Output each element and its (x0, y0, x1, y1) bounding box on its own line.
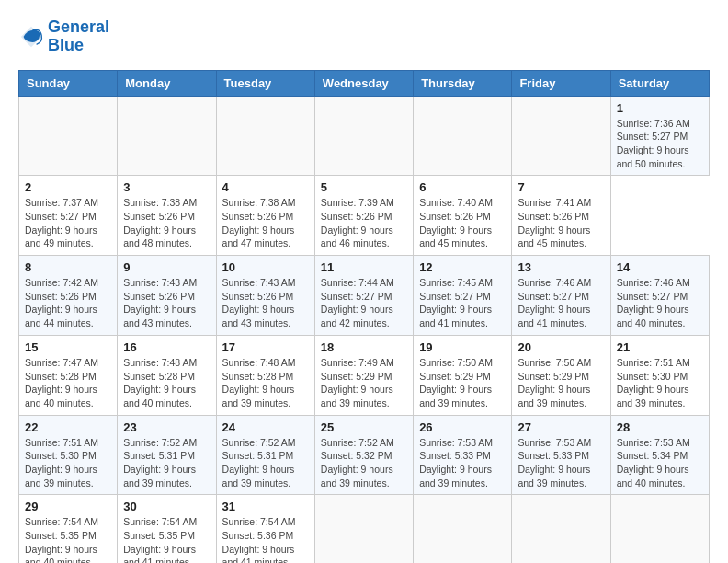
sunset-text: Sunset: 5:27 PM (518, 290, 604, 304)
day-info: Sunrise: 7:38 AM Sunset: 5:26 PM Dayligh… (123, 196, 210, 250)
sunrise-text: Sunrise: 7:53 AM (518, 436, 604, 450)
sunrise-text: Sunrise: 7:51 AM (617, 356, 703, 370)
day-info: Sunrise: 7:48 AM Sunset: 5:28 PM Dayligh… (123, 356, 210, 410)
sunset-text: Sunset: 5:26 PM (222, 210, 309, 224)
day-number: 13 (518, 260, 604, 274)
sunrise-text: Sunrise: 7:45 AM (419, 276, 506, 290)
weekday-header-monday: Monday (118, 70, 216, 96)
day-info: Sunrise: 7:36 AM Sunset: 5:27 PM Dayligh… (617, 117, 703, 171)
sunset-text: Sunset: 5:27 PM (321, 290, 407, 304)
sunset-text: Sunset: 5:34 PM (617, 449, 703, 463)
sunrise-text: Sunrise: 7:38 AM (123, 196, 210, 210)
daylight-text: Daylight: 9 hours and 42 minutes. (321, 303, 407, 329)
sunrise-text: Sunrise: 7:46 AM (518, 276, 604, 290)
sunset-text: Sunset: 5:27 PM (617, 130, 703, 144)
day-number: 27 (518, 420, 604, 434)
daylight-text: Daylight: 9 hours and 40 minutes. (617, 463, 703, 489)
sunset-text: Sunset: 5:33 PM (518, 449, 604, 463)
sunrise-text: Sunrise: 7:51 AM (25, 436, 111, 450)
calendar-week-row: 1 Sunrise: 7:36 AM Sunset: 5:27 PM Dayli… (19, 96, 710, 176)
calendar-week-row: 2 Sunrise: 7:37 AM Sunset: 5:27 PM Dayli… (19, 176, 710, 256)
day-number: 15 (25, 340, 111, 354)
day-number: 9 (123, 260, 210, 274)
daylight-text: Daylight: 9 hours and 39 minutes. (518, 463, 604, 489)
sunrise-text: Sunrise: 7:54 AM (123, 515, 210, 529)
day-number: 18 (321, 340, 407, 354)
calendar-cell: 4 Sunrise: 7:38 AM Sunset: 5:26 PM Dayli… (216, 176, 314, 256)
day-info: Sunrise: 7:52 AM Sunset: 5:31 PM Dayligh… (222, 436, 309, 490)
sunset-text: Sunset: 5:27 PM (25, 210, 111, 224)
day-info: Sunrise: 7:38 AM Sunset: 5:26 PM Dayligh… (222, 196, 309, 250)
day-info: Sunrise: 7:45 AM Sunset: 5:27 PM Dayligh… (419, 276, 506, 330)
calendar-cell (19, 96, 118, 176)
calendar-week-row: 29 Sunrise: 7:54 AM Sunset: 5:35 PM Dayl… (19, 495, 710, 563)
day-info: Sunrise: 7:52 AM Sunset: 5:31 PM Dayligh… (123, 436, 210, 490)
calendar-cell: 30 Sunrise: 7:54 AM Sunset: 5:35 PM Dayl… (118, 495, 216, 563)
sunrise-text: Sunrise: 7:46 AM (617, 276, 703, 290)
calendar-cell (414, 96, 512, 176)
daylight-text: Daylight: 9 hours and 48 minutes. (123, 224, 210, 250)
calendar-cell: 24 Sunrise: 7:52 AM Sunset: 5:31 PM Dayl… (216, 415, 314, 495)
day-number: 22 (25, 420, 111, 434)
sunrise-text: Sunrise: 7:47 AM (25, 356, 111, 370)
weekday-header-saturday: Saturday (610, 70, 709, 96)
calendar-cell: 17 Sunrise: 7:48 AM Sunset: 5:28 PM Dayl… (216, 335, 314, 415)
day-number: 24 (222, 420, 309, 434)
weekday-header-row: SundayMondayTuesdayWednesdayThursdayFrid… (19, 70, 710, 96)
day-number: 19 (419, 340, 506, 354)
calendar-cell: 13 Sunrise: 7:46 AM Sunset: 5:27 PM Dayl… (512, 256, 610, 336)
weekday-header-tuesday: Tuesday (216, 70, 314, 96)
weekday-header-sunday: Sunday (19, 70, 118, 96)
sunset-text: Sunset: 5:27 PM (419, 290, 506, 304)
sunrise-text: Sunrise: 7:48 AM (222, 356, 309, 370)
day-number: 17 (222, 340, 309, 354)
day-number: 16 (123, 340, 210, 354)
day-info: Sunrise: 7:47 AM Sunset: 5:28 PM Dayligh… (25, 356, 111, 410)
sunset-text: Sunset: 5:26 PM (518, 210, 604, 224)
calendar-cell (216, 96, 314, 176)
sunset-text: Sunset: 5:28 PM (222, 370, 309, 384)
calendar-week-row: 15 Sunrise: 7:47 AM Sunset: 5:28 PM Dayl… (19, 335, 710, 415)
day-info: Sunrise: 7:46 AM Sunset: 5:27 PM Dayligh… (617, 276, 703, 330)
sunset-text: Sunset: 5:36 PM (222, 529, 309, 543)
daylight-text: Daylight: 9 hours and 47 minutes. (222, 224, 309, 250)
sunrise-text: Sunrise: 7:43 AM (123, 276, 210, 290)
calendar-cell (512, 96, 610, 176)
calendar-cell: 15 Sunrise: 7:47 AM Sunset: 5:28 PM Dayl… (19, 335, 118, 415)
daylight-text: Daylight: 9 hours and 41 minutes. (419, 303, 506, 329)
day-number: 31 (222, 500, 309, 513)
daylight-text: Daylight: 9 hours and 41 minutes. (518, 303, 604, 329)
calendar-cell (314, 96, 413, 176)
day-info: Sunrise: 7:53 AM Sunset: 5:33 PM Dayligh… (518, 436, 604, 490)
sunset-text: Sunset: 5:26 PM (419, 210, 506, 224)
day-info: Sunrise: 7:53 AM Sunset: 5:33 PM Dayligh… (419, 436, 506, 490)
sunset-text: Sunset: 5:26 PM (321, 210, 407, 224)
sunrise-text: Sunrise: 7:52 AM (123, 436, 210, 450)
calendar-cell (118, 96, 216, 176)
daylight-text: Daylight: 9 hours and 40 minutes. (25, 543, 111, 563)
sunrise-text: Sunrise: 7:39 AM (321, 196, 407, 210)
calendar-cell: 7 Sunrise: 7:41 AM Sunset: 5:26 PM Dayli… (512, 176, 610, 256)
day-info: Sunrise: 7:41 AM Sunset: 5:26 PM Dayligh… (518, 196, 604, 250)
sunrise-text: Sunrise: 7:54 AM (25, 515, 111, 529)
daylight-text: Daylight: 9 hours and 49 minutes. (25, 224, 111, 250)
calendar-cell: 26 Sunrise: 7:53 AM Sunset: 5:33 PM Dayl… (414, 415, 512, 495)
day-number: 23 (123, 420, 210, 434)
day-number: 7 (518, 180, 604, 194)
calendar-cell (610, 495, 709, 563)
day-number: 5 (321, 180, 407, 194)
day-number: 14 (617, 260, 703, 274)
daylight-text: Daylight: 9 hours and 40 minutes. (25, 383, 111, 409)
sunset-text: Sunset: 5:31 PM (222, 449, 309, 463)
day-number: 28 (617, 420, 703, 434)
calendar-cell: 3 Sunrise: 7:38 AM Sunset: 5:26 PM Dayli… (118, 176, 216, 256)
weekday-header-friday: Friday (512, 70, 610, 96)
day-info: Sunrise: 7:43 AM Sunset: 5:26 PM Dayligh… (222, 276, 309, 330)
sunset-text: Sunset: 5:32 PM (321, 449, 407, 463)
calendar-cell: 5 Sunrise: 7:39 AM Sunset: 5:26 PM Dayli… (314, 176, 413, 256)
daylight-text: Daylight: 9 hours and 50 minutes. (617, 144, 703, 170)
calendar-cell: 25 Sunrise: 7:52 AM Sunset: 5:32 PM Dayl… (314, 415, 413, 495)
sunset-text: Sunset: 5:28 PM (25, 370, 111, 384)
day-info: Sunrise: 7:50 AM Sunset: 5:29 PM Dayligh… (419, 356, 506, 410)
day-number: 1 (617, 101, 703, 115)
